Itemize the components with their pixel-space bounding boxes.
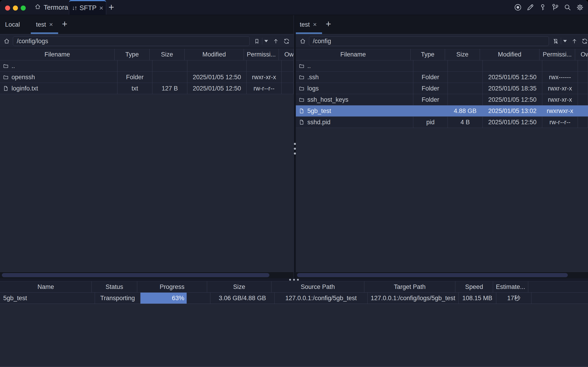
transfer-estimate: 17秒 [496, 292, 531, 304]
column-header-type[interactable]: Type [115, 49, 150, 60]
titlebar: Termora ↓↑ SFTP × + [0, 0, 588, 15]
filename: ssh_host_keys [307, 96, 349, 103]
column-header-permissions[interactable]: Permissi... [244, 49, 279, 60]
file-icon [298, 108, 305, 114]
left-home-icon[interactable] [3, 38, 10, 45]
column-header-size[interactable]: Size [207, 281, 272, 292]
column-header-size[interactable]: Size [150, 49, 185, 60]
right-tab-test[interactable]: test × [296, 15, 322, 34]
edit-icon[interactable] [526, 3, 534, 11]
right-add-tab-button[interactable]: + [322, 19, 335, 29]
right-tab-test-label: test [300, 21, 310, 28]
table-row[interactable]: .. [296, 60, 588, 72]
new-terminal-tab-button[interactable]: + [109, 3, 114, 12]
left-bookmark-dropdown-icon[interactable] [264, 38, 269, 45]
titlebar-actions [514, 3, 584, 11]
left-refresh-icon[interactable] [283, 38, 290, 45]
table-row[interactable]: .ssh Folder 2025/01/05 12:50 rwx------ [296, 72, 588, 83]
column-header-filename[interactable]: Filename [0, 49, 115, 60]
right-up-directory-icon[interactable] [571, 38, 578, 45]
traffic-lights [5, 6, 26, 11]
left-horizontal-scrollbar[interactable] [0, 272, 294, 278]
folder-icon [3, 74, 9, 80]
column-header-estimate[interactable]: Estimate... [493, 281, 528, 292]
tab-close-icon[interactable]: × [99, 5, 103, 11]
left-path-input[interactable] [13, 36, 250, 46]
tab-termora[interactable]: Termora [34, 0, 68, 15]
column-header-modified[interactable]: Modified [185, 49, 244, 60]
progress-fill: 63% [140, 292, 187, 304]
right-horizontal-scrollbar[interactable] [296, 272, 588, 278]
column-header-owner[interactable]: Owner [279, 49, 294, 60]
transfer-size: 3.06 GB/4.88 GB [210, 292, 275, 304]
settings-gear-icon[interactable] [576, 3, 584, 11]
folder-icon [298, 85, 305, 92]
right-home-icon[interactable] [299, 38, 306, 45]
column-header-size[interactable]: Size [445, 49, 480, 60]
transfers-splitter[interactable] [0, 278, 588, 281]
right-refresh-icon[interactable] [581, 38, 588, 45]
filename: .. [307, 62, 311, 70]
left-pane-tabs: Local test × + [0, 15, 294, 34]
transfer-source-path: 127.0.0.1:/config/5gb_test [275, 292, 367, 304]
left-scrollbar-thumb[interactable] [2, 273, 269, 277]
column-header-name[interactable]: Name [0, 281, 92, 292]
filename: sshd.pid [307, 119, 331, 126]
table-row[interactable]: .. [0, 60, 294, 72]
transfer-arrows-icon: ↓↑ [72, 4, 77, 11]
transfer-row[interactable]: 5gb_test Transporting 63% 3.06 GB/4.88 G… [0, 292, 588, 304]
table-row[interactable]: loginfo.txt txt 127 B 2025/01/05 12:50 r… [0, 83, 294, 94]
left-add-tab-button[interactable]: + [58, 19, 71, 29]
column-header-filename[interactable]: Filename [296, 49, 410, 60]
table-row-selected[interactable]: 5gb_test 4.88 GB 2025/01/05 13:02 rwxrwx… [296, 105, 588, 117]
column-header-modified[interactable]: Modified [480, 49, 539, 60]
tab-termora-label: Termora [44, 4, 68, 11]
transfer-name: 5gb_test [0, 292, 95, 304]
filename: .. [11, 62, 15, 70]
zoom-window-button[interactable] [21, 6, 26, 11]
column-header-source-path[interactable]: Source Path [272, 281, 364, 292]
search-icon[interactable] [564, 3, 571, 11]
app-window: Termora ↓↑ SFTP × + [0, 0, 588, 367]
minimize-window-button[interactable] [13, 6, 18, 11]
column-header-speed[interactable]: Speed [455, 281, 493, 292]
folder-icon [298, 63, 305, 69]
branch-icon[interactable] [551, 3, 559, 11]
column-header-progress[interactable]: Progress [137, 281, 207, 292]
column-header-permissions[interactable]: Permissi... [539, 49, 575, 60]
column-header-target-path[interactable]: Target Path [364, 281, 455, 292]
right-toolbar [296, 34, 588, 48]
table-row[interactable]: sshd.pid pid 4 B 2025/01/05 12:50 rw-r--… [296, 117, 588, 128]
left-toolbar [0, 34, 294, 48]
table-row[interactable]: openssh Folder 2025/01/05 12:50 rwxr-xr-… [0, 72, 294, 83]
window-bottom-edge [0, 366, 588, 367]
right-scrollbar-thumb[interactable] [297, 273, 568, 277]
folder-icon [3, 63, 9, 69]
left-tab-close-icon[interactable]: × [49, 21, 53, 28]
progress-label: 63% [172, 295, 184, 302]
left-tab-local[interactable]: Local [0, 15, 25, 34]
right-pane: test × + [296, 15, 588, 278]
right-tab-close-icon[interactable]: × [313, 21, 317, 28]
transfer-target-path: 127.0.0.1:/config/logs/5gb_test [367, 292, 459, 304]
right-path-input[interactable] [309, 36, 549, 46]
key-icon[interactable] [539, 3, 547, 11]
transfer-progress-bar: 63% [140, 292, 210, 304]
left-bookmark-icon[interactable] [253, 38, 260, 45]
transfer-speed: 108.15 MB [459, 292, 496, 304]
left-up-directory-icon[interactable] [273, 38, 279, 45]
record-icon[interactable] [514, 3, 522, 11]
close-window-button[interactable] [5, 6, 10, 11]
file-icon [298, 119, 305, 125]
right-bookmark-dropdown-icon[interactable] [562, 38, 567, 45]
table-row[interactable]: ssh_host_keys Folder 2025/01/05 12:50 rw… [296, 94, 588, 105]
column-header-owner[interactable]: Owner [575, 49, 588, 60]
tab-sftp-active[interactable]: ↓↑ SFTP × [69, 0, 106, 15]
left-file-table: Filename Type Size Modified Permissi... … [0, 49, 294, 94]
left-tab-test[interactable]: test × [31, 15, 58, 34]
column-header-type[interactable]: Type [410, 49, 445, 60]
column-header-status[interactable]: Status [92, 281, 137, 292]
right-bookmark-off-icon[interactable] [553, 38, 559, 45]
filename: openssh [11, 74, 35, 81]
table-row[interactable]: logs Folder 2025/01/05 18:35 rwxr-xr-x [296, 83, 588, 94]
